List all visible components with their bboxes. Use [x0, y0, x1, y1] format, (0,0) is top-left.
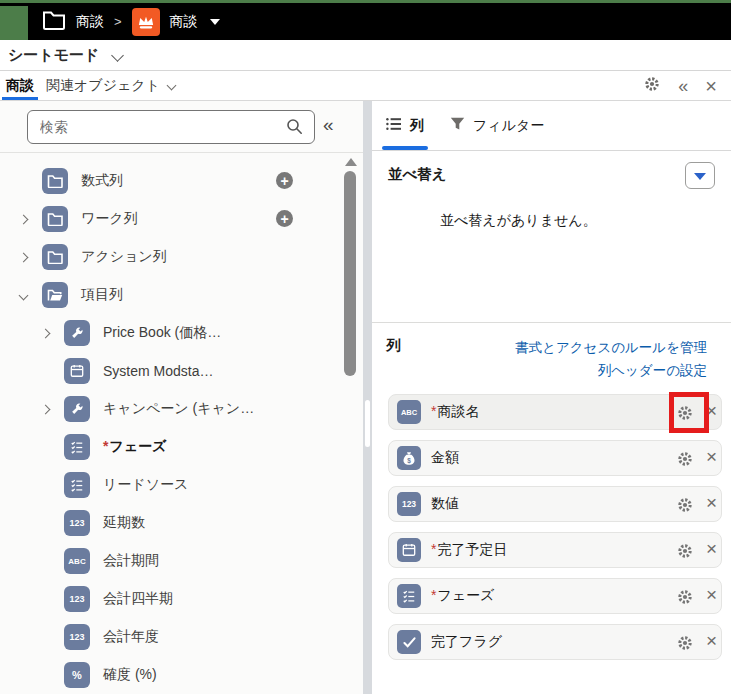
collapse-panel-icon[interactable]: « [678, 77, 688, 95]
close-icon[interactable]: × [705, 76, 717, 96]
column-gear-icon[interactable] [676, 450, 694, 471]
picklist-icon [397, 584, 421, 608]
panel-tab-bar: 列 フィルター [372, 101, 731, 151]
column-gear-icon[interactable] [676, 542, 694, 563]
opportunity-icon [132, 8, 160, 36]
tab-opportunity[interactable]: 商談 [0, 71, 40, 100]
scrollbar-thumb[interactable] [344, 171, 356, 376]
add-column-button[interactable]: + [276, 172, 293, 189]
tree-item-field-columns[interactable]: 項目列 [0, 276, 363, 314]
column-settings-panel: 列 フィルター 並べ替え 並べ替えがありません。 列 書式とア [372, 101, 731, 694]
lookup-icon [64, 396, 90, 422]
tree-item-lead-source[interactable]: リードソース [0, 466, 363, 504]
column-row-close-date[interactable]: *完了予定日 × [388, 532, 722, 568]
checkbox-icon [397, 630, 421, 654]
column-header-settings-link[interactable]: 列ヘッダーの設定 [515, 359, 707, 382]
chevron-right-icon[interactable] [41, 328, 51, 338]
tree-item-probability[interactable]: % 確度 (%) [0, 656, 363, 694]
tab-related-objects[interactable]: 関連オブジェクト [40, 71, 181, 100]
number-icon: 123 [64, 586, 90, 612]
column-gear-icon[interactable] [676, 634, 694, 655]
breadcrumb-separator: > [114, 14, 122, 29]
scrollbar-up-arrow[interactable] [345, 158, 357, 166]
text-icon: ABC [64, 548, 90, 574]
column-tree: 数式列 + ワーク列 + アクション列 [0, 154, 363, 694]
add-column-button[interactable]: + [276, 210, 293, 227]
chevron-right-icon[interactable] [41, 404, 51, 414]
tab-filter[interactable]: フィルター [450, 101, 544, 150]
remove-column-icon[interactable]: × [706, 447, 717, 466]
settings-gear-icon[interactable] [643, 75, 661, 96]
lookup-icon [64, 320, 90, 346]
column-gear-icon[interactable] [676, 588, 694, 609]
breadcrumb-current[interactable]: 商談 [170, 13, 198, 31]
collapse-sidebar-icon[interactable]: « [323, 114, 334, 136]
tree-item-postpone-count[interactable]: 123 延期数 [0, 504, 363, 542]
sheet-mode-bar: シートモード [0, 40, 731, 71]
highlight-annotation-box [669, 392, 709, 433]
panel-scrollbar-track[interactable] [363, 101, 372, 694]
object-tab-bar: 商談 関連オブジェクト « × [0, 71, 731, 101]
remove-column-icon[interactable]: × [706, 539, 717, 558]
breadcrumb-root[interactable]: 商談 [76, 13, 104, 31]
sort-dropdown-button[interactable] [685, 162, 715, 189]
sheet-mode-label: シートモード [8, 46, 99, 65]
chevron-down-icon[interactable] [19, 290, 29, 300]
picklist-icon [64, 472, 90, 498]
column-row-close-flag[interactable]: 完了フラグ × [388, 624, 722, 660]
folder-icon [42, 10, 66, 33]
calendar-icon [397, 538, 421, 562]
number-icon: 123 [64, 624, 90, 650]
app-window: 商談 > 商談 シートモード 商談 関連オブジェクト « × [0, 0, 731, 694]
currency-icon: $ [397, 446, 421, 470]
number-icon: 123 [64, 510, 90, 536]
chevron-down-icon [694, 173, 706, 180]
remove-column-icon[interactable]: × [706, 493, 717, 512]
chevron-down-icon[interactable] [210, 19, 220, 25]
sort-empty-message: 並べ替えがありません。 [440, 212, 715, 230]
columns-section: 列 書式とアクセスのルールを管理 列ヘッダーの設定 ABC *商談名 × [372, 323, 731, 660]
manage-rules-link[interactable]: 書式とアクセスのルールを管理 [515, 336, 707, 359]
tab-columns[interactable]: 列 [386, 101, 424, 150]
tree-item-campaign[interactable]: キャンペーン (キャン… [0, 390, 363, 428]
chevron-down-icon [167, 81, 177, 91]
column-row-number[interactable]: 123 数値 × [388, 486, 722, 522]
tree-item-fiscal-period[interactable]: ABC 会計期間 [0, 542, 363, 580]
folder-icon [42, 244, 68, 270]
tree-item-phase[interactable]: *フェーズ [0, 428, 363, 466]
tree-item-fiscal-quarter[interactable]: 123 会計四半期 [0, 580, 363, 618]
search-area: « [0, 101, 363, 153]
chevron-down-icon[interactable] [112, 49, 125, 62]
tab-label: 商談 [6, 77, 34, 95]
remove-column-icon[interactable]: × [706, 585, 717, 604]
folder-icon [42, 168, 68, 194]
tree-item-fiscal-year[interactable]: 123 会計年度 [0, 618, 363, 656]
column-row-phase[interactable]: *フェーズ × [388, 578, 722, 614]
tree-item-work-columns[interactable]: ワーク列 + [0, 200, 363, 238]
calendar-icon [64, 358, 90, 384]
percent-icon: % [64, 662, 90, 688]
panel-scrollbar-thumb[interactable] [365, 400, 370, 447]
chevron-right-icon[interactable] [19, 252, 29, 262]
tree-item-action-columns[interactable]: アクション列 [0, 238, 363, 276]
required-asterisk: * [103, 438, 108, 454]
chevron-right-icon[interactable] [19, 214, 29, 224]
tree-item-price-book[interactable]: Price Book (価格… [0, 314, 363, 352]
tab-label: 関連オブジェクト [46, 77, 160, 95]
search-input[interactable] [27, 110, 315, 144]
brand-green-strip [0, 6, 28, 43]
remove-column-icon[interactable]: × [706, 631, 717, 650]
folder-open-icon [42, 282, 68, 308]
tab-label: 列 [410, 117, 424, 135]
columns-title: 列 [386, 336, 401, 382]
column-row-amount[interactable]: $ 金額 × [388, 440, 722, 476]
column-gear-icon[interactable] [676, 496, 694, 517]
column-library-panel: « 数式列 + ワーク列 + [0, 101, 363, 694]
picklist-icon [64, 434, 90, 460]
column-list: ABC *商談名 × $ 金額 [386, 394, 731, 660]
top-navigation-bar: 商談 > 商談 [0, 0, 731, 40]
sort-title: 並べ替え [388, 165, 715, 184]
tree-item-system-modstamp[interactable]: System Modsta… [0, 352, 363, 390]
tree-item-formula-columns[interactable]: 数式列 + [0, 162, 363, 200]
column-row-opportunity-name[interactable]: ABC *商談名 × [388, 394, 722, 430]
